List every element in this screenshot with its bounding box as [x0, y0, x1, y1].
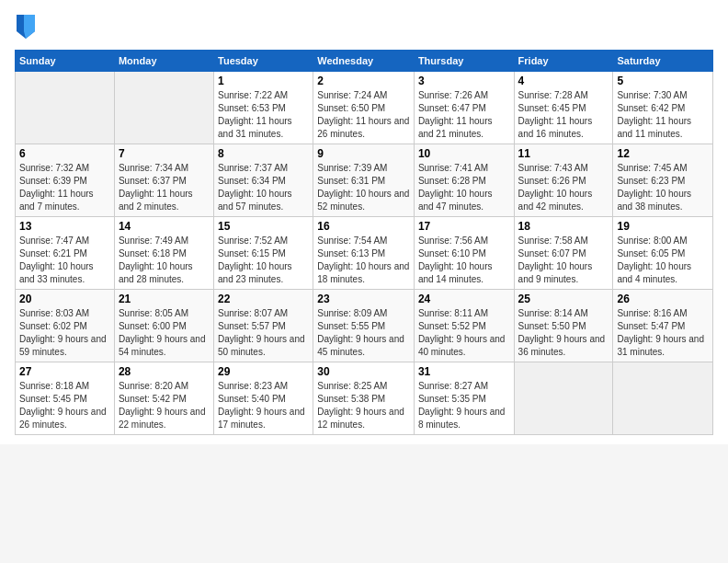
calendar-cell: 28Sunrise: 8:20 AMSunset: 5:42 PMDayligh… [114, 362, 213, 435]
day-info: Sunrise: 7:52 AMSunset: 6:15 PMDaylight:… [218, 235, 309, 286]
day-info: Sunrise: 8:07 AMSunset: 5:57 PMDaylight:… [218, 307, 309, 359]
calendar-cell [16, 72, 115, 144]
day-number: 17 [418, 220, 510, 233]
day-info: Sunrise: 7:22 AMSunset: 6:53 PMDaylight:… [218, 89, 309, 141]
calendar-cell: 31Sunrise: 8:27 AMSunset: 5:35 PMDayligh… [414, 362, 514, 435]
day-info: Sunrise: 7:28 AMSunset: 6:45 PMDaylight:… [518, 89, 609, 141]
calendar-cell: 8Sunrise: 7:37 AMSunset: 6:34 PMDaylight… [214, 144, 313, 217]
day-number: 10 [418, 147, 510, 160]
day-info: Sunrise: 7:26 AMSunset: 6:47 PMDaylight:… [418, 89, 510, 141]
day-number: 24 [418, 293, 510, 305]
calendar-week-row: 27Sunrise: 8:18 AMSunset: 5:45 PMDayligh… [16, 362, 713, 435]
calendar-cell: 22Sunrise: 8:07 AMSunset: 5:57 PMDayligh… [214, 290, 313, 362]
logo-icon [17, 15, 35, 39]
page: SundayMondayTuesdayWednesdayThursdayFrid… [0, 0, 728, 444]
day-number: 8 [218, 147, 309, 160]
calendar-cell: 7Sunrise: 7:34 AMSunset: 6:37 PMDaylight… [114, 144, 213, 217]
day-info: Sunrise: 8:09 AMSunset: 5:55 PMDaylight:… [317, 307, 410, 359]
day-info: Sunrise: 8:14 AMSunset: 5:50 PMDaylight:… [518, 307, 609, 359]
calendar-cell: 1Sunrise: 7:22 AMSunset: 6:53 PMDaylight… [214, 72, 313, 144]
day-info: Sunrise: 8:23 AMSunset: 5:40 PMDaylight:… [218, 380, 309, 431]
day-info: Sunrise: 8:25 AMSunset: 5:38 PMDaylight:… [317, 380, 410, 431]
calendar-cell: 9Sunrise: 7:39 AMSunset: 6:31 PMDaylight… [313, 144, 415, 217]
calendar-cell: 21Sunrise: 8:05 AMSunset: 6:00 PMDayligh… [114, 290, 213, 362]
weekday-header: Tuesday [214, 51, 313, 72]
calendar: SundayMondayTuesdayWednesdayThursdayFrid… [15, 50, 713, 435]
day-number: 5 [617, 75, 709, 87]
calendar-cell: 3Sunrise: 7:26 AMSunset: 6:47 PMDaylight… [414, 72, 514, 144]
day-info: Sunrise: 8:16 AMSunset: 5:47 PMDaylight:… [617, 307, 709, 359]
day-info: Sunrise: 8:18 AMSunset: 5:45 PMDaylight:… [19, 380, 110, 431]
day-number: 26 [617, 293, 709, 305]
day-number: 3 [418, 75, 510, 87]
day-info: Sunrise: 7:54 AMSunset: 6:13 PMDaylight:… [317, 235, 410, 286]
day-info: Sunrise: 7:47 AMSunset: 6:21 PMDaylight:… [19, 235, 110, 286]
day-number: 15 [218, 220, 309, 233]
calendar-cell: 4Sunrise: 7:28 AMSunset: 6:45 PMDaylight… [514, 72, 613, 144]
day-number: 1 [218, 75, 309, 87]
day-number: 25 [518, 293, 609, 305]
calendar-cell: 10Sunrise: 7:41 AMSunset: 6:28 PMDayligh… [414, 144, 514, 217]
calendar-cell: 27Sunrise: 8:18 AMSunset: 5:45 PMDayligh… [16, 362, 115, 435]
calendar-cell: 12Sunrise: 7:45 AMSunset: 6:23 PMDayligh… [613, 144, 713, 217]
logo [15, 15, 35, 39]
day-number: 19 [617, 220, 709, 233]
calendar-week-row: 13Sunrise: 7:47 AMSunset: 6:21 PMDayligh… [16, 217, 713, 290]
day-number: 27 [19, 365, 110, 378]
header [15, 15, 713, 39]
day-info: Sunrise: 7:32 AMSunset: 6:39 PMDaylight:… [19, 162, 110, 213]
calendar-cell: 19Sunrise: 8:00 AMSunset: 6:05 PMDayligh… [613, 217, 713, 290]
day-info: Sunrise: 8:00 AMSunset: 6:05 PMDaylight:… [617, 235, 709, 286]
weekday-header: Thursday [414, 51, 514, 72]
weekday-header: Friday [514, 51, 613, 72]
calendar-cell: 20Sunrise: 8:03 AMSunset: 6:02 PMDayligh… [16, 290, 115, 362]
day-info: Sunrise: 8:05 AMSunset: 6:00 PMDaylight:… [119, 307, 210, 359]
day-number: 16 [317, 220, 410, 233]
day-info: Sunrise: 7:24 AMSunset: 6:50 PMDaylight:… [317, 89, 410, 141]
calendar-cell: 11Sunrise: 7:43 AMSunset: 6:26 PMDayligh… [514, 144, 613, 217]
calendar-cell: 5Sunrise: 7:30 AMSunset: 6:42 PMDaylight… [613, 72, 713, 144]
day-info: Sunrise: 7:37 AMSunset: 6:34 PMDaylight:… [218, 162, 309, 213]
day-info: Sunrise: 7:39 AMSunset: 6:31 PMDaylight:… [317, 162, 410, 213]
calendar-cell: 26Sunrise: 8:16 AMSunset: 5:47 PMDayligh… [613, 290, 713, 362]
day-number: 12 [617, 147, 709, 160]
calendar-header-row: SundayMondayTuesdayWednesdayThursdayFrid… [16, 51, 713, 72]
calendar-cell: 13Sunrise: 7:47 AMSunset: 6:21 PMDayligh… [16, 217, 115, 290]
calendar-cell: 17Sunrise: 7:56 AMSunset: 6:10 PMDayligh… [414, 217, 514, 290]
day-info: Sunrise: 7:30 AMSunset: 6:42 PMDaylight:… [617, 89, 709, 141]
weekday-header: Wednesday [313, 51, 415, 72]
calendar-cell: 16Sunrise: 7:54 AMSunset: 6:13 PMDayligh… [313, 217, 415, 290]
calendar-cell: 2Sunrise: 7:24 AMSunset: 6:50 PMDaylight… [313, 72, 415, 144]
calendar-cell: 30Sunrise: 8:25 AMSunset: 5:38 PMDayligh… [313, 362, 415, 435]
day-number: 2 [317, 75, 410, 87]
day-info: Sunrise: 8:20 AMSunset: 5:42 PMDaylight:… [119, 380, 210, 431]
calendar-cell: 29Sunrise: 8:23 AMSunset: 5:40 PMDayligh… [214, 362, 313, 435]
calendar-week-row: 20Sunrise: 8:03 AMSunset: 6:02 PMDayligh… [16, 290, 713, 362]
calendar-cell: 6Sunrise: 7:32 AMSunset: 6:39 PMDaylight… [16, 144, 115, 217]
day-info: Sunrise: 7:43 AMSunset: 6:26 PMDaylight:… [518, 162, 609, 213]
day-number: 28 [119, 365, 210, 378]
calendar-cell: 23Sunrise: 8:09 AMSunset: 5:55 PMDayligh… [313, 290, 415, 362]
day-info: Sunrise: 7:41 AMSunset: 6:28 PMDaylight:… [418, 162, 510, 213]
day-number: 20 [19, 293, 110, 305]
day-info: Sunrise: 7:49 AMSunset: 6:18 PMDaylight:… [119, 235, 210, 286]
logo-text [15, 15, 35, 39]
day-info: Sunrise: 8:11 AMSunset: 5:52 PMDaylight:… [418, 307, 510, 359]
calendar-week-row: 6Sunrise: 7:32 AMSunset: 6:39 PMDaylight… [16, 144, 713, 217]
day-number: 13 [19, 220, 110, 233]
day-info: Sunrise: 7:34 AMSunset: 6:37 PMDaylight:… [119, 162, 210, 213]
day-number: 7 [119, 147, 210, 160]
day-number: 18 [518, 220, 609, 233]
day-info: Sunrise: 8:27 AMSunset: 5:35 PMDaylight:… [418, 380, 510, 431]
calendar-week-row: 1Sunrise: 7:22 AMSunset: 6:53 PMDaylight… [16, 72, 713, 144]
calendar-cell: 15Sunrise: 7:52 AMSunset: 6:15 PMDayligh… [214, 217, 313, 290]
calendar-cell [514, 362, 613, 435]
calendar-cell: 14Sunrise: 7:49 AMSunset: 6:18 PMDayligh… [114, 217, 213, 290]
day-info: Sunrise: 8:03 AMSunset: 6:02 PMDaylight:… [19, 307, 110, 359]
day-number: 30 [317, 365, 410, 378]
day-info: Sunrise: 7:56 AMSunset: 6:10 PMDaylight:… [418, 235, 510, 286]
calendar-cell [613, 362, 713, 435]
weekday-header: Saturday [613, 51, 713, 72]
day-number: 11 [518, 147, 609, 160]
day-number: 4 [518, 75, 609, 87]
